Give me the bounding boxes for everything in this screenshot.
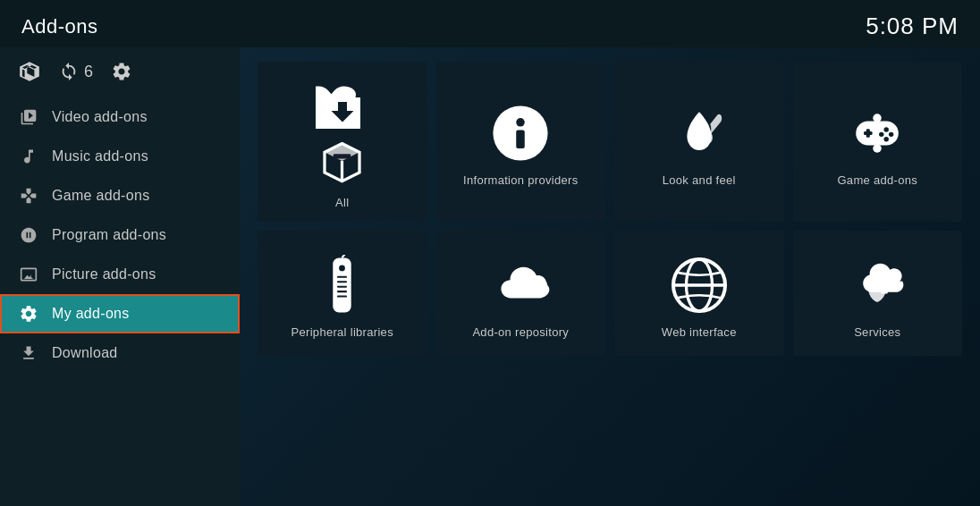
svg-rect-21 (337, 291, 347, 292)
sidebar-item-download[interactable]: Download (0, 333, 240, 373)
svg-rect-19 (337, 281, 347, 283)
gamepad-icon (18, 185, 39, 207)
grid-item-info-label: Information providers (463, 173, 578, 187)
grid-item-peripheral[interactable]: Peripheral libraries (258, 231, 427, 356)
video-icon (18, 106, 39, 128)
svg-point-10 (884, 127, 889, 131)
svg-rect-22 (337, 295, 347, 297)
svg-rect-14 (873, 114, 882, 122)
grid-item-look[interactable]: Look and feel (614, 62, 784, 222)
svg-point-5 (516, 118, 525, 127)
grid-item-all[interactable]: All (258, 62, 427, 222)
sidebar-toolbar: 6 (0, 51, 240, 97)
all-box-icon (313, 138, 371, 196)
sidebar-item-picture[interactable]: Picture add-ons (0, 255, 240, 294)
grid-item-peripheral-label: Peripheral libraries (291, 325, 393, 339)
update-count: 6 (84, 63, 93, 81)
services-icon (847, 254, 908, 316)
look-icon (669, 102, 730, 164)
grid-item-services[interactable]: Services (793, 231, 963, 356)
sidebar-item-picture-label: Picture add-ons (52, 266, 156, 283)
sidebar-item-video-label: Video add-ons (52, 109, 148, 125)
sidebar-item-music[interactable]: Music add-ons (0, 137, 240, 176)
svg-rect-18 (337, 275, 347, 277)
addon-grid: All Information providers (258, 62, 962, 356)
peripheral-icon (317, 254, 367, 316)
svg-rect-6 (516, 131, 525, 148)
grid-item-game[interactable]: Game add-ons (793, 62, 963, 222)
repo-icon (488, 254, 553, 316)
sidebar-item-my-addons[interactable]: My add-ons (0, 294, 240, 333)
sidebar-item-download-label: Download (52, 345, 118, 361)
grid-item-info[interactable]: Information providers (436, 62, 606, 222)
program-icon (18, 224, 39, 246)
grid-item-repo-label: Add-on repository (472, 325, 569, 339)
clock: 5:08 PM (866, 13, 959, 40)
settings-icon[interactable] (111, 61, 132, 82)
content-area: All Information providers (240, 47, 980, 506)
sidebar-item-program[interactable]: Program add-ons (0, 215, 240, 255)
sidebar-item-game-label: Game add-ons (52, 188, 149, 204)
picture-icon (18, 264, 39, 285)
grid-item-web[interactable]: Web interface (614, 231, 784, 356)
svg-rect-3 (334, 154, 351, 158)
grid-item-look-label: Look and feel (663, 173, 736, 187)
download-icon (18, 342, 39, 364)
info-icon (490, 102, 551, 164)
sidebar-item-game[interactable]: Game add-ons (0, 176, 240, 215)
svg-rect-20 (337, 285, 347, 287)
sidebar-item-video[interactable]: Video add-ons (0, 97, 240, 137)
sidebar-item-program-label: Program add-ons (52, 227, 166, 243)
update-badge[interactable]: 6 (59, 62, 93, 81)
grid-item-all-label: All (335, 196, 349, 209)
svg-point-17 (339, 265, 345, 271)
grid-item-web-label: Web interface (662, 325, 737, 339)
game-icon (847, 102, 908, 164)
svg-rect-15 (873, 144, 882, 153)
sidebar-item-music-label: Music add-ons (52, 148, 148, 164)
svg-point-11 (889, 132, 893, 137)
my-addons-icon (18, 303, 39, 325)
grid-item-repo[interactable]: Add-on repository (436, 231, 606, 356)
page-title: Add-ons (21, 15, 97, 38)
grid-item-services-label: Services (854, 325, 900, 339)
svg-point-13 (884, 137, 889, 141)
grid-item-game-label: Game add-ons (837, 173, 917, 187)
main-layout: 6 Video add-ons (0, 47, 980, 506)
web-icon (670, 254, 729, 316)
all-icon (316, 80, 369, 142)
svg-rect-9 (866, 129, 870, 138)
sidebar-item-my-addons-label: My add-ons (52, 306, 130, 322)
music-icon (18, 146, 39, 167)
header: Add-ons 5:08 PM (0, 0, 980, 47)
svg-point-12 (879, 132, 883, 137)
packages-icon[interactable] (18, 60, 41, 83)
sidebar: 6 Video add-ons (0, 47, 240, 506)
sidebar-nav: Video add-ons Music add-ons Game a (0, 97, 240, 373)
